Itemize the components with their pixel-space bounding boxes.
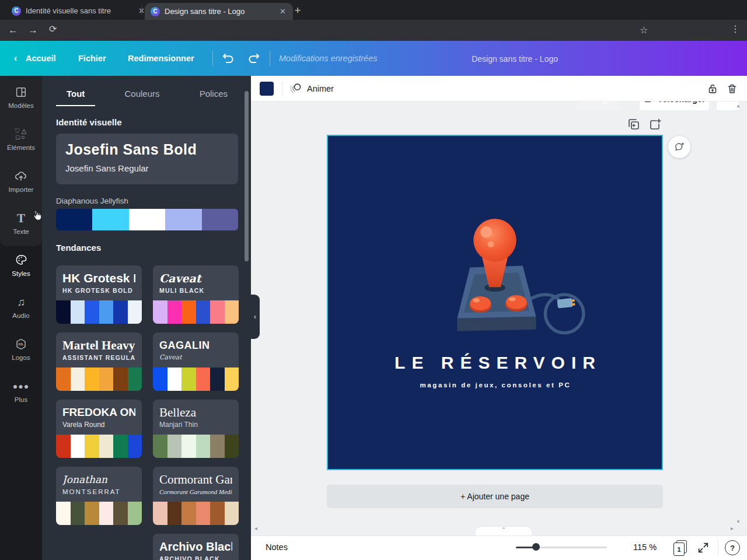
header-divider	[270, 51, 270, 66]
trend-card-palette	[153, 502, 239, 525]
trend-style-card[interactable]: Archivo BlackARCHIVO BLACK	[153, 534, 239, 560]
palette-swatch	[85, 435, 99, 458]
zoom-slider-knob[interactable]	[532, 543, 540, 551]
trend-card-label: JonathanMONTSERRAT	[56, 467, 142, 502]
duplicate-page-icon[interactable]	[627, 117, 641, 131]
add-page-button[interactable]: + Ajouter une page	[327, 485, 663, 508]
delete-icon[interactable]	[724, 81, 739, 96]
forward-icon[interactable]: →	[28, 25, 38, 35]
trend-style-card[interactable]: FREDOKA ONEVarela Round	[56, 400, 142, 458]
design-page[interactable]: LE RÉSERVOIR magasin de jeux, consoles e…	[327, 135, 663, 470]
panel-collapse-handle[interactable]: ‹	[250, 295, 260, 339]
trend-font-secondary: Varela Round	[62, 421, 135, 429]
scroll-down-icon[interactable]: ▼	[736, 519, 741, 525]
tab-polices[interactable]: Polices	[189, 84, 238, 106]
trend-style-card[interactable]: BellezaManjari Thin	[153, 400, 239, 458]
brand-font-primary: Josefin Sans Bold	[65, 141, 229, 158]
trend-style-card[interactable]: GAGALINCaveat	[153, 332, 239, 391]
elements-icon: ♡△□○	[15, 127, 27, 141]
fullscreen-icon	[697, 541, 710, 554]
file-menu-button[interactable]: Fichier	[78, 54, 106, 63]
palette-swatch	[85, 368, 99, 391]
notes-button[interactable]: Notes	[266, 542, 288, 552]
logo-subtitle-text[interactable]: magasin de jeux, consoles et PC	[328, 382, 662, 388]
palette-swatch	[210, 368, 225, 391]
scroll-up-icon[interactable]: ▲	[736, 103, 741, 109]
back-icon[interactable]: ←	[8, 25, 18, 35]
resize-button[interactable]: Redimensionner	[128, 54, 194, 63]
panel-scrollbar[interactable]	[245, 91, 249, 261]
palette-swatch[interactable]	[202, 209, 238, 230]
sidebar-item-templates[interactable]: Modèles	[0, 76, 42, 118]
lock-toggle-icon[interactable]	[705, 81, 720, 96]
browser-toolbar: ← → ⟳ canva.com/design/DAEtMMv6Jhg/D7dsY…	[0, 20, 747, 41]
document-title[interactable]: Design sans titre - Logo	[444, 54, 558, 64]
palette-swatch	[71, 435, 85, 458]
audio-icon: ♫	[17, 295, 25, 309]
palette-swatch[interactable]	[92, 209, 128, 230]
add-page-icon[interactable]	[648, 117, 662, 131]
palette-swatch	[99, 502, 114, 525]
tab-tout[interactable]: Tout	[56, 84, 95, 106]
trend-cards-list: HK Grotesk BoldHK GROTESK BOLDCaveatMULI…	[56, 265, 239, 560]
trend-font-primary: Caveat	[159, 271, 232, 286]
sidebar-item-elements[interactable]: ♡△□○Éléments	[0, 118, 42, 160]
palette-swatch[interactable]	[165, 209, 201, 230]
brand-font-secondary: Josefin Sans Regular	[65, 163, 229, 173]
trend-card-label: CaveatMULI BLACK	[153, 265, 239, 300]
palette-swatch	[128, 300, 142, 324]
browser-menu-icon[interactable]: ⋮	[731, 24, 740, 34]
palette-swatch	[225, 435, 239, 458]
palette-swatch	[128, 502, 142, 525]
home-button[interactable]: Accueil	[26, 54, 56, 63]
trend-style-card[interactable]: Martel HeavyASSISTANT REGULAR	[56, 332, 142, 391]
sidebar-item-text[interactable]: TTexte	[0, 202, 42, 244]
sidebar-item-logos[interactable]: co.Logos	[0, 328, 42, 370]
palette-swatch	[153, 435, 167, 458]
trend-style-card[interactable]: JonathanMONTSERRAT	[56, 467, 142, 525]
help-button[interactable]: ?	[725, 540, 740, 555]
palette-swatch[interactable]	[56, 209, 92, 230]
palette-swatch	[196, 300, 211, 324]
trend-font-primary: Cormorant Garamond	[159, 472, 232, 487]
reload-icon[interactable]: ⟳	[49, 24, 57, 34]
palette-swatch	[181, 368, 196, 391]
scroll-left-icon[interactable]: ◂	[254, 526, 257, 531]
page-grid-button[interactable]: 1	[673, 540, 687, 555]
sidebar-item-label: Plus	[15, 396, 27, 403]
editor-header: ‹ Accueil Fichier Redimensionner Modific…	[0, 41, 747, 76]
tab-close-icon[interactable]: ✕	[278, 7, 287, 16]
joystick-illustration	[328, 136, 662, 469]
upload-icon	[14, 169, 28, 183]
trend-style-card[interactable]: Cormorant GaramondCormorant Garamond Med…	[153, 467, 239, 525]
fullscreen-button[interactable]	[697, 541, 710, 554]
trend-style-card[interactable]: HK Grotesk BoldHK GROTESK BOLD	[56, 265, 142, 324]
redo-icon[interactable]	[246, 51, 261, 66]
chevron-left-icon[interactable]: ‹	[14, 53, 17, 64]
tab-couleurs[interactable]: Couleurs	[114, 84, 170, 106]
palette-swatch	[225, 368, 239, 391]
bookmark-star-icon[interactable]: ☆	[640, 24, 648, 36]
brand-font-card[interactable]: Josefin Sans Bold Josefin Sans Regular	[56, 134, 238, 184]
browser-tab-active[interactable]: C Design sans titre - Logo ✕	[145, 3, 293, 20]
browser-tab-inactive[interactable]: C Identité visuelle sans titre ✕	[6, 2, 152, 19]
trend-style-card[interactable]: CaveatMULI BLACK	[153, 265, 239, 324]
palette-swatch	[167, 435, 182, 458]
palette-swatch	[210, 502, 225, 525]
new-tab-button[interactable]: +	[290, 3, 305, 18]
scroll-right-icon[interactable]: ▸	[731, 526, 734, 531]
sidebar-item-upload[interactable]: Importer	[0, 160, 42, 202]
logo-title-text[interactable]: LE RÉSERVOIR	[328, 353, 662, 373]
panel-expand-notch[interactable]: ⌃	[476, 527, 532, 536]
palette-swatch[interactable]	[129, 209, 165, 230]
trend-card-label: Martel HeavyASSISTANT REGULAR	[56, 332, 142, 368]
palette-swatch	[99, 368, 114, 391]
sidebar-item-styles[interactable]: Styles	[0, 244, 42, 286]
add-comment-button[interactable]	[668, 136, 690, 158]
brand-palette[interactable]	[56, 209, 238, 230]
animate-button[interactable]: Animer	[289, 82, 334, 96]
undo-icon[interactable]	[221, 51, 236, 66]
sidebar-item-audio[interactable]: ♫Audio	[0, 286, 42, 328]
sidebar-item-more[interactable]: ●●●Plus	[0, 370, 42, 412]
fill-color-swatch[interactable]	[260, 82, 274, 96]
